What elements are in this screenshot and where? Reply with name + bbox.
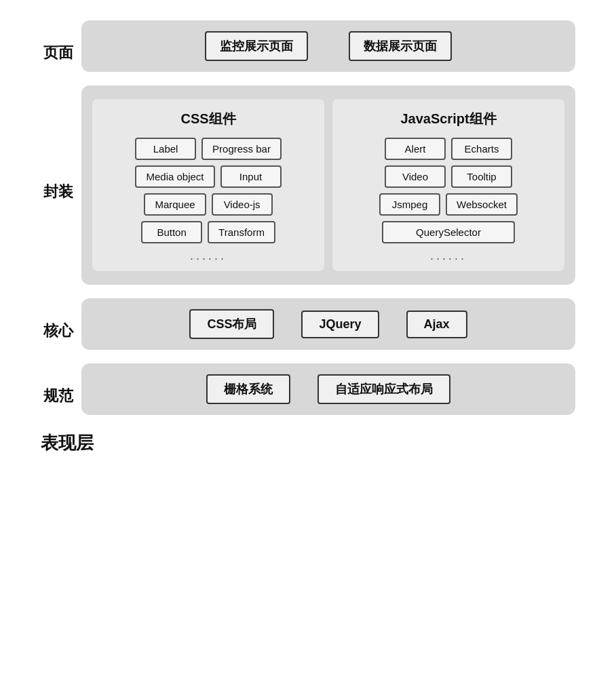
css-row-1: Label Progress bar [100, 138, 316, 160]
js-queryselector: QuerySelector [382, 221, 515, 243]
page-label: 页面 [41, 43, 81, 63]
core-box: CSS布局 JQuery Ajax [81, 298, 575, 350]
css-panel: CSS组件 Label Progress bar Media object In… [92, 99, 324, 271]
norm-content: 栅格系统 自适应响应式布局 [81, 363, 575, 428]
js-panel: JavaScript组件 Alert Echarts Video Tooltip… [332, 99, 564, 271]
js-component-grid: Alert Echarts Video Tooltip Jsmpeg Webso… [341, 138, 556, 243]
norm-box: 栅格系统 自适应响应式布局 [81, 363, 575, 415]
js-jsmpeg: Jsmpeg [379, 193, 440, 216]
presentation-label: 表现层 [41, 431, 94, 455]
js-video: Video [385, 165, 446, 188]
css-ellipsis: ...... [100, 249, 316, 263]
page-item-monitor: 监控展示页面 [205, 31, 308, 61]
architecture-diagram: 页面 监控展示页面 数据展示页面 封装 CSS组件 Label Progress… [41, 20, 575, 455]
page-layer-row: 页面 监控展示页面 数据展示页面 [41, 20, 575, 85]
css-media-object: Media object [135, 165, 214, 188]
js-tooltip: Tooltip [451, 165, 512, 188]
js-ellipsis: ...... [341, 249, 556, 263]
js-echarts: Echarts [451, 138, 512, 160]
css-input: Input [220, 165, 282, 188]
js-alert: Alert [385, 138, 446, 160]
encap-box: CSS组件 Label Progress bar Media object In… [81, 85, 575, 285]
norm-layer-row: 规范 栅格系统 自适应响应式布局 [41, 363, 575, 428]
js-panel-title: JavaScript组件 [341, 110, 556, 128]
css-transform: Transform [208, 221, 275, 243]
css-panel-title: CSS组件 [100, 110, 316, 128]
css-row-2: Media object Input [100, 165, 316, 188]
core-ajax: Ajax [406, 311, 467, 338]
core-label: 核心 [41, 321, 81, 341]
css-row-3: Marquee Video-js [100, 193, 316, 216]
presentation-layer-row: 表现层 [41, 428, 575, 455]
js-row-2: Video Tooltip [341, 165, 556, 188]
js-row-1: Alert Echarts [341, 138, 556, 160]
css-button: Button [141, 221, 202, 243]
css-label: Label [135, 138, 196, 160]
css-progress-bar: Progress bar [201, 138, 282, 160]
css-video-js: Video-js [212, 193, 273, 216]
norm-grid: 栅格系统 [206, 374, 290, 404]
page-content: 监控展示页面 数据展示页面 [81, 20, 575, 85]
css-row-4: Button Transform [100, 221, 316, 243]
core-jquery: JQuery [301, 311, 379, 338]
norm-label: 规范 [41, 386, 81, 406]
encap-content: CSS组件 Label Progress bar Media object In… [81, 85, 575, 298]
core-layer-row: 核心 CSS布局 JQuery Ajax [41, 298, 575, 363]
js-row-4: QuerySelector [341, 221, 556, 243]
encap-layer-row: 封装 CSS组件 Label Progress bar Media object… [41, 85, 575, 298]
js-row-3: Jsmpeg Websocket [341, 193, 556, 216]
core-content: CSS布局 JQuery Ajax [81, 298, 575, 363]
encap-label: 封装 [41, 182, 81, 202]
norm-responsive: 自适应响应式布局 [317, 374, 450, 404]
page-box: 监控展示页面 数据展示页面 [81, 20, 575, 72]
css-marquee: Marquee [144, 193, 206, 216]
css-component-grid: Label Progress bar Media object Input Ma… [100, 138, 316, 243]
js-websocket: Websocket [446, 193, 518, 216]
core-css-layout: CSS布局 [189, 309, 274, 339]
page-item-data: 数据展示页面 [349, 31, 452, 61]
